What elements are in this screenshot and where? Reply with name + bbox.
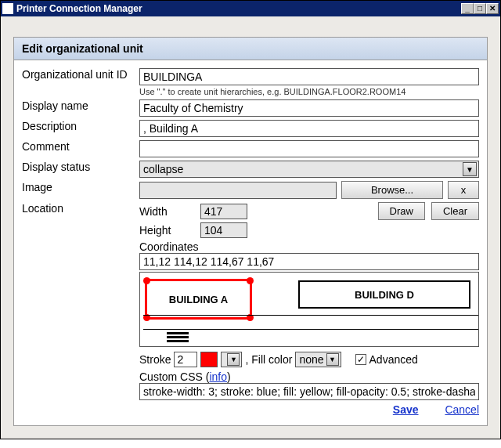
edit-panel: Edit organizational unit Organizational … xyxy=(13,37,488,426)
titlebar: Printer Connection Manager _ □ ✕ xyxy=(1,1,500,16)
info-link[interactable]: info xyxy=(209,370,227,383)
custom-css-input[interactable] xyxy=(139,383,479,400)
coordinates-label: Coordinates xyxy=(139,240,479,253)
building-a-shape[interactable]: BUILDING A xyxy=(145,279,252,320)
org-id-input[interactable] xyxy=(139,68,479,85)
building-d-label: BUILDING D xyxy=(355,289,414,301)
description-label: Description xyxy=(22,120,139,132)
image-label: Image xyxy=(22,181,139,193)
stroke-color-select[interactable]: ▼ xyxy=(221,352,242,367)
remove-image-button[interactable]: x xyxy=(448,181,479,199)
client-area: Edit organizational unit Organizational … xyxy=(1,16,500,439)
advanced-checkbox[interactable]: ✓ xyxy=(355,354,366,365)
fill-color-label: , Fill color xyxy=(245,353,292,366)
building-d-shape: BUILDING D xyxy=(298,280,470,309)
browse-button[interactable]: Browse... xyxy=(341,181,443,199)
width-label: Width xyxy=(139,205,194,218)
stroke-label: Stroke xyxy=(139,353,171,366)
close-paren: ) xyxy=(227,370,231,383)
minimize-button[interactable]: _ xyxy=(461,3,474,14)
image-path-input[interactable] xyxy=(139,182,337,199)
window-buttons: _ □ ✕ xyxy=(461,3,499,14)
chevron-down-icon: ▼ xyxy=(227,353,240,366)
maximize-button[interactable]: □ xyxy=(474,3,486,14)
advanced-label: Advanced xyxy=(369,353,418,366)
comment-label: Comment xyxy=(22,140,139,153)
display-name-input[interactable] xyxy=(139,99,479,117)
comment-input[interactable] xyxy=(139,140,479,157)
handle-icon[interactable] xyxy=(143,277,150,284)
custom-css-label: Custom CSS ( xyxy=(139,370,209,383)
chevron-down-icon: ▼ xyxy=(326,353,339,366)
save-link[interactable]: Save xyxy=(393,403,419,416)
height-input[interactable]: 104 xyxy=(200,222,247,238)
fill-color-value: none xyxy=(299,353,323,366)
display-status-value: collapse xyxy=(143,163,463,175)
stroke-color-swatch[interactable] xyxy=(200,352,218,367)
app-icon xyxy=(2,3,13,14)
cancel-link[interactable]: Cancel xyxy=(445,403,479,416)
org-id-hint: Use "." to create unit hierarchies, e.g.… xyxy=(139,87,479,96)
window-title: Printer Connection Manager xyxy=(16,3,461,14)
clear-button[interactable]: Clear xyxy=(431,202,479,220)
stroke-width-input[interactable] xyxy=(174,352,197,367)
window: Printer Connection Manager _ □ ✕ Edit or… xyxy=(0,0,501,439)
display-status-select[interactable]: collapse ▼ xyxy=(139,161,479,178)
chevron-down-icon: ▼ xyxy=(463,162,477,176)
map-marker xyxy=(167,332,189,341)
org-id-label: Organizational unit ID xyxy=(22,68,139,81)
map-line xyxy=(143,315,479,316)
map-line xyxy=(143,329,479,330)
location-map[interactable]: BUILDING A BUILDING D xyxy=(139,272,479,347)
width-input[interactable]: 417 xyxy=(200,204,247,219)
coordinates-input[interactable] xyxy=(139,253,479,270)
height-label: Height xyxy=(139,224,194,237)
location-label: Location xyxy=(22,202,139,215)
fill-color-select[interactable]: none ▼ xyxy=(295,352,341,367)
draw-button[interactable]: Draw xyxy=(378,202,425,220)
description-input[interactable] xyxy=(139,120,479,137)
display-name-label: Display name xyxy=(22,99,139,112)
display-status-label: Display status xyxy=(22,161,139,173)
building-a-label: BUILDING A xyxy=(169,294,228,305)
panel-title: Edit organizational unit xyxy=(14,38,487,60)
close-button[interactable]: ✕ xyxy=(486,3,499,14)
handle-icon[interactable] xyxy=(247,277,254,284)
